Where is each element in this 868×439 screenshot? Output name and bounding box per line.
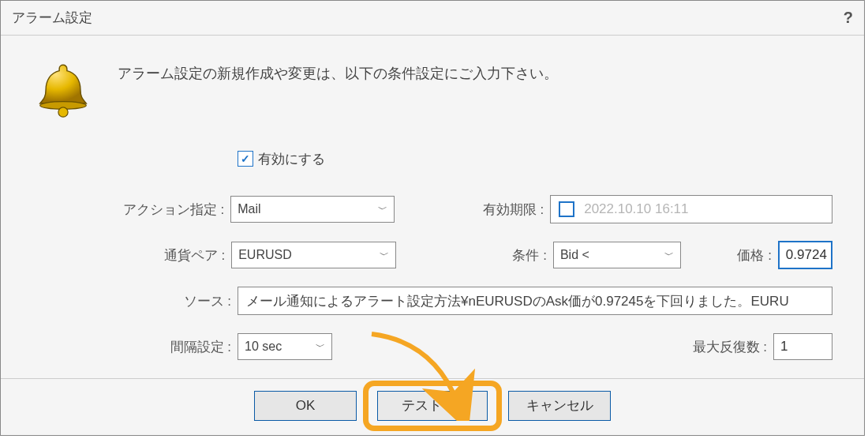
titlebar: アラーム設定 ? [1, 1, 864, 36]
intro-text: アラーム設定の新規作成や変更は、以下の条件設定にご入力下さい。 [118, 59, 558, 83]
chevron-down-icon: ﹀ [316, 340, 325, 354]
bell-icon [32, 59, 94, 121]
expiry-checkbox[interactable] [559, 201, 574, 217]
maxrep-label: 最大反復数 : [655, 338, 773, 356]
form-area: 有効にする アクション指定 : Mail ﹀ 有効期限 : 2022.10.10… [119, 144, 832, 361]
condition-value: Bid < [560, 248, 589, 262]
action-value: Mail [238, 202, 260, 216]
enable-checkbox[interactable]: 有効にする [238, 150, 325, 168]
cancel-button[interactable]: キャンセル [508, 391, 611, 421]
action-label: アクション指定 : [119, 201, 230, 219]
enable-label: 有効にする [258, 150, 325, 168]
symbol-label: 通貨ペア : [119, 246, 231, 265]
interval-label: 間隔設定 : [119, 338, 238, 356]
interval-select[interactable]: 10 sec ﹀ [238, 333, 332, 360]
svg-point-1 [58, 107, 68, 117]
source-label: ソース : [119, 292, 238, 310]
button-row: OK テスト (T) キャンセル [1, 378, 864, 432]
alarm-settings-dialog: アラーム設定 ? アラーム設定の新規作成や変更は、以下の条件設定にご入力下さい。 [0, 0, 865, 436]
condition-label: 条件 : [396, 246, 553, 265]
checkbox-icon [238, 151, 253, 167]
maxrep-value: 1 [780, 339, 788, 355]
price-input[interactable]: 0.9724 [778, 241, 832, 269]
interval-value: 10 sec [245, 340, 282, 354]
source-value: メール通知によるアラート設定方法¥nEURUSDのAsk価が0.97245を下回… [246, 292, 789, 310]
symbol-value: EURUSD [238, 248, 292, 262]
condition-select[interactable]: Bid < ﹀ [553, 242, 681, 268]
test-button[interactable]: テスト (T) [377, 391, 488, 421]
chevron-down-icon: ﹀ [380, 249, 389, 262]
dialog-title: アラーム設定 [12, 9, 92, 27]
expiry-value: 2022.10.10 16:11 [584, 201, 688, 217]
price-value: 0.9724 [786, 247, 827, 263]
ok-button[interactable]: OK [254, 391, 357, 421]
expiry-label: 有効期限 : [395, 201, 550, 219]
maxrep-input[interactable]: 1 [773, 333, 832, 360]
chevron-down-icon: ﹀ [378, 203, 387, 216]
test-button-label: テスト (T) [402, 396, 462, 415]
action-select[interactable]: Mail ﹀ [230, 196, 394, 223]
help-button[interactable]: ? [844, 9, 853, 27]
dialog-content: アラーム設定の新規作成や変更は、以下の条件設定にご入力下さい。 有効にする アク… [1, 36, 864, 361]
expiry-field[interactable]: 2022.10.10 16:11 [550, 195, 832, 223]
price-label: 価格 : [681, 246, 778, 265]
chevron-down-icon: ﹀ [664, 249, 674, 262]
source-input[interactable]: メール通知によるアラート設定方法¥nEURUSDのAsk価が0.97245を下回… [238, 287, 832, 315]
symbol-select[interactable]: EURUSD ﹀ [231, 242, 396, 268]
